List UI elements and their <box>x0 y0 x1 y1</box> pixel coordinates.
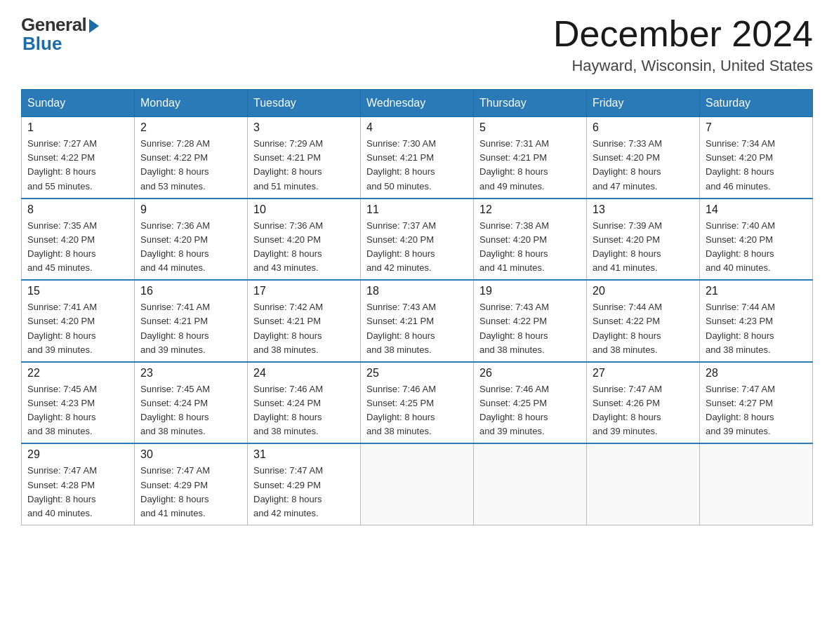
calendar-cell <box>361 443 474 525</box>
week-row-3: 15 Sunrise: 7:41 AM Sunset: 4:20 PM Dayl… <box>22 280 813 362</box>
weekday-header-wednesday: Wednesday <box>361 90 474 117</box>
day-info: Sunrise: 7:47 AM Sunset: 4:28 PM Dayligh… <box>27 464 128 521</box>
calendar-cell: 12 Sunrise: 7:38 AM Sunset: 4:20 PM Dayl… <box>474 199 587 281</box>
day-info: Sunrise: 7:29 AM Sunset: 4:21 PM Dayligh… <box>253 137 355 194</box>
day-info: Sunrise: 7:31 AM Sunset: 4:21 PM Dayligh… <box>479 137 581 194</box>
day-info: Sunrise: 7:38 AM Sunset: 4:20 PM Dayligh… <box>479 219 581 276</box>
calendar-cell: 5 Sunrise: 7:31 AM Sunset: 4:21 PM Dayli… <box>474 117 587 199</box>
day-info: Sunrise: 7:30 AM Sunset: 4:21 PM Dayligh… <box>366 137 468 194</box>
day-number: 19 <box>479 285 581 297</box>
day-info: Sunrise: 7:46 AM Sunset: 4:25 PM Dayligh… <box>366 382 468 439</box>
day-info: Sunrise: 7:47 AM Sunset: 4:29 PM Dayligh… <box>253 464 355 521</box>
day-info: Sunrise: 7:46 AM Sunset: 4:24 PM Dayligh… <box>253 382 355 439</box>
day-number: 22 <box>27 367 128 380</box>
day-info: Sunrise: 7:47 AM Sunset: 4:29 PM Dayligh… <box>140 464 241 521</box>
day-number: 30 <box>140 448 241 461</box>
calendar-cell: 27 Sunrise: 7:47 AM Sunset: 4:26 PM Dayl… <box>587 362 700 444</box>
calendar-cell: 20 Sunrise: 7:44 AM Sunset: 4:22 PM Dayl… <box>587 280 700 362</box>
day-number: 8 <box>27 203 128 216</box>
calendar-cell: 16 Sunrise: 7:41 AM Sunset: 4:21 PM Dayl… <box>135 280 248 362</box>
calendar-cell: 1 Sunrise: 7:27 AM Sunset: 4:22 PM Dayli… <box>22 117 135 199</box>
calendar-cell: 18 Sunrise: 7:43 AM Sunset: 4:21 PM Dayl… <box>361 280 474 362</box>
day-number: 18 <box>366 285 468 297</box>
day-number: 9 <box>140 203 241 216</box>
calendar-cell: 14 Sunrise: 7:40 AM Sunset: 4:20 PM Dayl… <box>700 199 813 281</box>
day-number: 14 <box>706 203 807 216</box>
calendar-cell: 25 Sunrise: 7:46 AM Sunset: 4:25 PM Dayl… <box>361 362 474 444</box>
calendar-table: SundayMondayTuesdayWednesdayThursdayFrid… <box>21 89 813 525</box>
day-info: Sunrise: 7:41 AM Sunset: 4:20 PM Dayligh… <box>27 300 128 357</box>
calendar-cell: 19 Sunrise: 7:43 AM Sunset: 4:22 PM Dayl… <box>474 280 587 362</box>
calendar-cell: 6 Sunrise: 7:33 AM Sunset: 4:20 PM Dayli… <box>587 117 700 199</box>
logo: General Blue <box>21 14 99 55</box>
day-number: 31 <box>253 448 355 461</box>
day-number: 5 <box>479 121 581 134</box>
page-header: General Blue December 2024 Hayward, Wisc… <box>21 14 813 75</box>
day-info: Sunrise: 7:36 AM Sunset: 4:20 PM Dayligh… <box>140 219 241 276</box>
day-number: 10 <box>253 203 355 216</box>
calendar-cell: 7 Sunrise: 7:34 AM Sunset: 4:20 PM Dayli… <box>700 117 813 199</box>
day-info: Sunrise: 7:47 AM Sunset: 4:27 PM Dayligh… <box>706 382 807 439</box>
weekday-header-tuesday: Tuesday <box>248 90 361 117</box>
day-info: Sunrise: 7:43 AM Sunset: 4:22 PM Dayligh… <box>479 300 581 357</box>
day-info: Sunrise: 7:39 AM Sunset: 4:20 PM Dayligh… <box>593 219 694 276</box>
calendar-cell: 4 Sunrise: 7:30 AM Sunset: 4:21 PM Dayli… <box>361 117 474 199</box>
day-number: 24 <box>253 367 355 380</box>
calendar-cell: 3 Sunrise: 7:29 AM Sunset: 4:21 PM Dayli… <box>248 117 361 199</box>
day-info: Sunrise: 7:34 AM Sunset: 4:20 PM Dayligh… <box>706 137 807 194</box>
calendar-cell: 28 Sunrise: 7:47 AM Sunset: 4:27 PM Dayl… <box>700 362 813 444</box>
day-number: 16 <box>140 285 241 297</box>
calendar-cell: 9 Sunrise: 7:36 AM Sunset: 4:20 PM Dayli… <box>135 199 248 281</box>
day-number: 4 <box>366 121 468 134</box>
calendar-cell: 11 Sunrise: 7:37 AM Sunset: 4:20 PM Dayl… <box>361 199 474 281</box>
day-info: Sunrise: 7:42 AM Sunset: 4:21 PM Dayligh… <box>253 300 355 357</box>
day-number: 15 <box>27 285 128 297</box>
day-number: 6 <box>593 121 694 134</box>
logo-blue-text: Blue <box>22 33 62 55</box>
calendar-cell <box>474 443 587 525</box>
calendar-cell: 29 Sunrise: 7:47 AM Sunset: 4:28 PM Dayl… <box>22 443 135 525</box>
weekday-header-friday: Friday <box>587 90 700 117</box>
calendar-cell: 24 Sunrise: 7:46 AM Sunset: 4:24 PM Dayl… <box>248 362 361 444</box>
calendar-cell: 22 Sunrise: 7:45 AM Sunset: 4:23 PM Dayl… <box>22 362 135 444</box>
calendar-cell: 21 Sunrise: 7:44 AM Sunset: 4:23 PM Dayl… <box>700 280 813 362</box>
logo-arrow-icon <box>89 19 99 33</box>
calendar-cell: 17 Sunrise: 7:42 AM Sunset: 4:21 PM Dayl… <box>248 280 361 362</box>
title-area: December 2024 Hayward, Wisconsin, United… <box>553 14 813 75</box>
day-info: Sunrise: 7:37 AM Sunset: 4:20 PM Dayligh… <box>366 219 468 276</box>
calendar-cell: 2 Sunrise: 7:28 AM Sunset: 4:22 PM Dayli… <box>135 117 248 199</box>
day-number: 3 <box>253 121 355 134</box>
day-number: 12 <box>479 203 581 216</box>
day-info: Sunrise: 7:35 AM Sunset: 4:20 PM Dayligh… <box>27 219 128 276</box>
day-info: Sunrise: 7:27 AM Sunset: 4:22 PM Dayligh… <box>27 137 128 194</box>
week-row-1: 1 Sunrise: 7:27 AM Sunset: 4:22 PM Dayli… <box>22 117 813 199</box>
calendar-cell: 10 Sunrise: 7:36 AM Sunset: 4:20 PM Dayl… <box>248 199 361 281</box>
day-number: 23 <box>140 367 241 380</box>
day-number: 26 <box>479 367 581 380</box>
day-info: Sunrise: 7:44 AM Sunset: 4:23 PM Dayligh… <box>706 300 807 357</box>
day-number: 20 <box>593 285 694 297</box>
day-info: Sunrise: 7:43 AM Sunset: 4:21 PM Dayligh… <box>366 300 468 357</box>
day-number: 17 <box>253 285 355 297</box>
calendar-cell: 26 Sunrise: 7:46 AM Sunset: 4:25 PM Dayl… <box>474 362 587 444</box>
month-title: December 2024 <box>553 14 813 54</box>
day-number: 1 <box>27 121 128 134</box>
day-info: Sunrise: 7:33 AM Sunset: 4:20 PM Dayligh… <box>593 137 694 194</box>
day-info: Sunrise: 7:41 AM Sunset: 4:21 PM Dayligh… <box>140 300 241 357</box>
calendar-cell <box>700 443 813 525</box>
week-row-5: 29 Sunrise: 7:47 AM Sunset: 4:28 PM Dayl… <box>22 443 813 525</box>
day-number: 13 <box>593 203 694 216</box>
week-row-2: 8 Sunrise: 7:35 AM Sunset: 4:20 PM Dayli… <box>22 199 813 281</box>
weekday-header-saturday: Saturday <box>700 90 813 117</box>
day-number: 27 <box>593 367 694 380</box>
day-number: 7 <box>706 121 807 134</box>
weekday-header-thursday: Thursday <box>474 90 587 117</box>
calendar-cell: 13 Sunrise: 7:39 AM Sunset: 4:20 PM Dayl… <box>587 199 700 281</box>
week-row-4: 22 Sunrise: 7:45 AM Sunset: 4:23 PM Dayl… <box>22 362 813 444</box>
day-info: Sunrise: 7:40 AM Sunset: 4:20 PM Dayligh… <box>706 219 807 276</box>
calendar-cell <box>587 443 700 525</box>
day-number: 25 <box>366 367 468 380</box>
weekday-header-sunday: Sunday <box>22 90 135 117</box>
day-info: Sunrise: 7:45 AM Sunset: 4:23 PM Dayligh… <box>27 382 128 439</box>
weekday-header-row: SundayMondayTuesdayWednesdayThursdayFrid… <box>22 90 813 117</box>
